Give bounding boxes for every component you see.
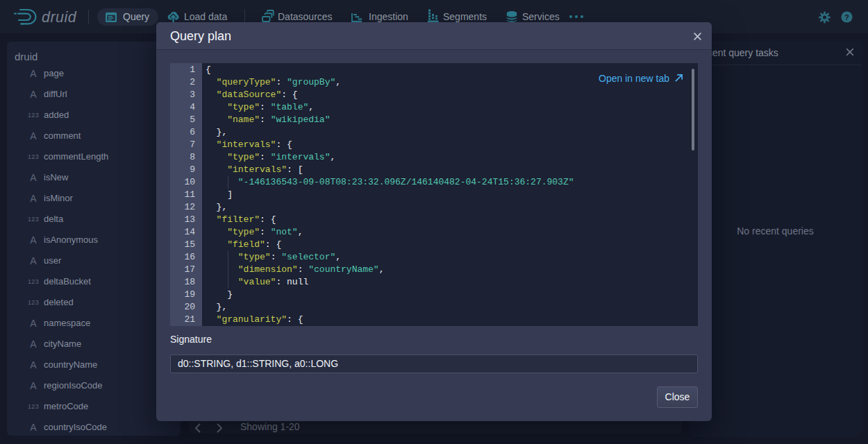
svg-text:?: ? xyxy=(844,13,849,22)
